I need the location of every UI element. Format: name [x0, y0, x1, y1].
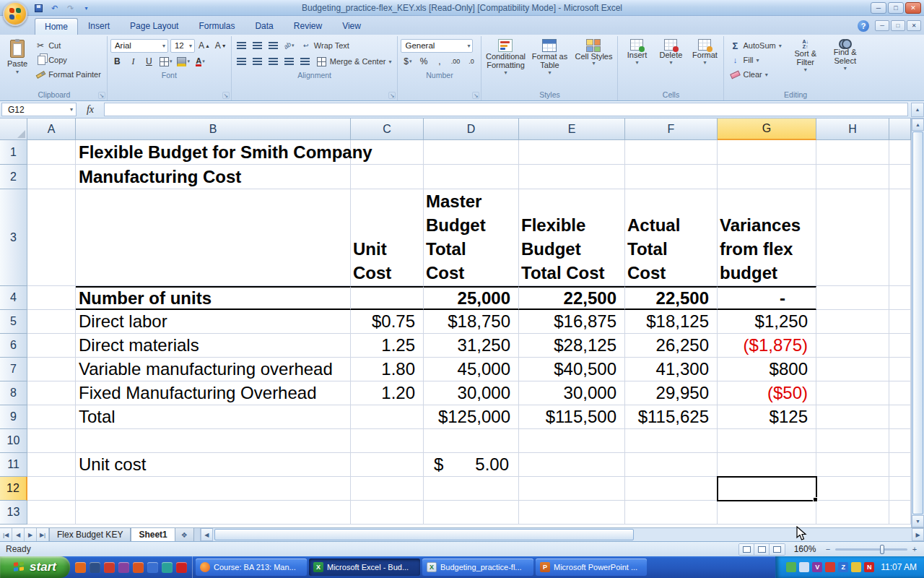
taskbar-window-button[interactable]: XBudgeting_practice-fl... [422, 558, 533, 576]
copy-button[interactable]: Copy [32, 53, 104, 66]
tray-icon[interactable]: N [864, 562, 874, 572]
cell-A3[interactable] [27, 189, 76, 286]
cell-F3[interactable]: Actual Total Cost [625, 189, 718, 286]
cell-H4[interactable] [816, 286, 889, 310]
qat-customize-button[interactable]: ▾ [79, 2, 93, 14]
autosum-button[interactable]: ΣAutoSum▾ [727, 39, 784, 52]
quick-launch-icon[interactable] [147, 562, 158, 573]
cell-A7[interactable] [27, 358, 76, 381]
cell-E5[interactable]: $16,875 [519, 310, 625, 334]
page-layout-view-button[interactable] [754, 544, 770, 555]
cell-B11[interactable]: Unit cost [76, 453, 351, 477]
cell-B10[interactable] [76, 429, 351, 453]
cell-D4[interactable]: 25,000 [424, 286, 519, 310]
tray-icon[interactable]: V [812, 562, 822, 572]
ribbon-tab-data[interactable]: Data [245, 17, 283, 35]
conditional-formatting-button[interactable]: Conditional Formatting ▾ [484, 38, 526, 77]
row-header-13[interactable]: 13 [0, 501, 27, 525]
dialog-launcher-icon[interactable]: ↘ [388, 92, 396, 99]
cell-D1[interactable] [424, 140, 519, 165]
cut-button[interactable]: ✂Cut [32, 39, 104, 52]
scroll-left-icon[interactable]: ◀ [201, 528, 213, 541]
cell-B7[interactable]: Variable manufacturing overhead [76, 358, 351, 381]
tray-icon[interactable]: Z [838, 562, 848, 572]
dialog-launcher-icon[interactable]: ↘ [98, 92, 105, 99]
office-button[interactable] [3, 1, 27, 26]
cell-B4[interactable]: Number of units [76, 286, 351, 310]
merge-center-button[interactable]: Merge & Center▾ [314, 55, 395, 68]
formula-input[interactable] [104, 103, 908, 116]
cell-E13[interactable] [519, 501, 625, 525]
cell-F9[interactable]: $115,625 [625, 405, 718, 429]
font-size-select[interactable]: 12▾ [170, 39, 195, 53]
cell-F8[interactable]: 29,950 [625, 381, 718, 405]
column-header-B[interactable]: B [76, 118, 351, 140]
cell-B8[interactable]: Fixed Manufacturing Overhead [76, 381, 351, 405]
cell-C7[interactable]: 1.80 [351, 358, 424, 381]
cell-C13[interactable] [351, 501, 424, 525]
scroll-down-icon[interactable]: ▼ [912, 515, 924, 527]
number-format-select[interactable]: General▾ [401, 39, 473, 53]
cell-F1[interactable] [625, 140, 718, 165]
undo-button[interactable]: ↶ [48, 2, 61, 14]
cell-C8[interactable]: 1.20 [351, 381, 424, 405]
cell-E1[interactable] [519, 140, 625, 165]
row-header-2[interactable]: 2 [0, 165, 27, 189]
cell-G11[interactable] [718, 453, 816, 477]
taskbar-window-button[interactable]: XMicrosoft Excel - Bud... [309, 558, 420, 576]
align-center-button[interactable] [250, 55, 264, 69]
format-cells-button[interactable]: Format ▾ [689, 38, 720, 66]
workbook-minimize-button[interactable]: ─ [875, 20, 889, 31]
cell-B3[interactable] [76, 189, 351, 286]
cell-D12[interactable] [424, 477, 519, 501]
last-sheet-button[interactable]: ▶| [37, 528, 49, 541]
insert-cells-button[interactable]: Insert ▾ [621, 38, 653, 66]
cell-D6[interactable]: 31,250 [424, 334, 519, 358]
underline-button[interactable]: U [142, 55, 156, 69]
ribbon-tab-review[interactable]: Review [284, 17, 332, 35]
align-left-button[interactable] [235, 55, 248, 69]
cell-D9[interactable]: $125,000 [424, 405, 519, 429]
cell-H11[interactable] [816, 453, 889, 477]
select-all-corner[interactable] [0, 118, 27, 140]
cell-A10[interactable] [27, 429, 76, 453]
row-header-8[interactable]: 8 [0, 381, 27, 405]
taskbar-window-button[interactable]: Course: BA 213: Man... [196, 558, 307, 576]
cell-H12[interactable] [816, 477, 889, 501]
sort-filter-button[interactable]: A↓Z↑ Sort & Filter ▾ [787, 38, 824, 74]
cell-E11[interactable] [519, 453, 625, 477]
cell-G7[interactable]: $800 [718, 358, 816, 381]
column-header-A[interactable]: A [27, 118, 76, 140]
row-header-12[interactable]: 12 [0, 477, 27, 501]
save-button[interactable] [32, 2, 45, 14]
redo-button[interactable]: ↷ [64, 2, 77, 14]
cell-H10[interactable] [816, 429, 889, 453]
zoom-out-icon[interactable]: − [824, 545, 832, 553]
cell-B5[interactable]: Direct labor [76, 310, 351, 334]
cell-styles-button[interactable]: Cell Styles ▾ [572, 38, 614, 67]
column-header-G[interactable]: G [718, 118, 816, 140]
tray-icon[interactable] [799, 562, 809, 572]
row-header-10[interactable]: 10 [0, 429, 27, 453]
zoom-level[interactable]: 160% [790, 544, 820, 554]
cell-F11[interactable] [625, 453, 718, 477]
bold-button[interactable]: B [110, 55, 124, 69]
row-header-11[interactable]: 11 [0, 453, 27, 477]
cell-A9[interactable] [27, 405, 76, 429]
align-bottom-button[interactable] [266, 39, 280, 53]
quick-launch-icon[interactable] [118, 562, 129, 573]
cell-F2[interactable] [625, 165, 718, 189]
cell-A13[interactable] [27, 501, 76, 525]
fill-color-button[interactable]: ▾ [175, 55, 191, 69]
column-header-C[interactable]: C [351, 118, 424, 140]
cell-G13[interactable] [718, 501, 816, 525]
ribbon-tab-home[interactable]: Home [35, 18, 78, 35]
delete-cells-button[interactable]: Delete ▾ [655, 38, 687, 66]
cell-H7[interactable] [816, 358, 889, 381]
cell-C3[interactable]: Unit Cost [351, 189, 424, 286]
cell-H1[interactable] [816, 140, 889, 165]
tray-icon[interactable] [851, 562, 861, 572]
dialog-launcher-icon[interactable]: ↘ [472, 92, 479, 99]
align-middle-button[interactable] [250, 39, 264, 53]
borders-button[interactable]: ▾ [158, 55, 174, 69]
